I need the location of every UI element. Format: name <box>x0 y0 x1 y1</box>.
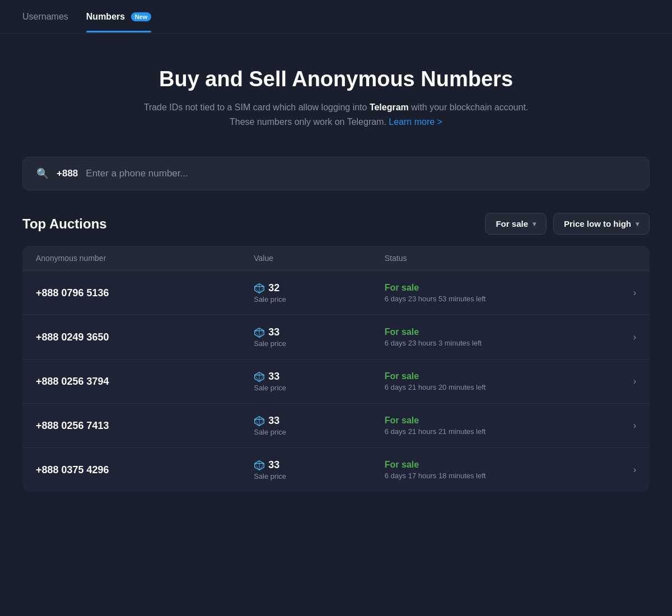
ton-icon <box>254 416 265 427</box>
svg-line-3 <box>255 286 259 293</box>
phone-number: +888 0375 4296 <box>36 464 254 476</box>
phone-prefix: +888 <box>57 168 78 179</box>
row-arrow-icon: › <box>603 288 636 298</box>
time-left: 6 days 21 hours 20 minutes left <box>385 383 603 391</box>
hero-title: Buy and Sell Anonymous Numbers <box>22 67 650 91</box>
status-badge: For sale <box>385 371 603 381</box>
top-navigation: Usernames Numbers New <box>0 0 672 34</box>
status-cell: For sale 6 days 23 hours 3 minutes left <box>385 327 603 347</box>
time-left: 6 days 23 hours 53 minutes left <box>385 295 603 303</box>
row-arrow-icon: › <box>603 465 636 475</box>
phone-number: +888 0256 3794 <box>36 376 254 388</box>
col-header-value: Value <box>254 254 385 263</box>
value-cell: 33 Sale price <box>254 326 385 348</box>
svg-line-19 <box>259 419 264 426</box>
filter-buttons: For sale ▾ Price low to high ▾ <box>485 213 650 235</box>
svg-line-23 <box>255 463 259 470</box>
search-icon: 🔍 <box>36 167 49 180</box>
ton-value: 33 <box>254 459 385 471</box>
phone-number: +888 0249 3650 <box>36 332 254 343</box>
ton-icon <box>254 460 265 471</box>
sale-price-label: Sale price <box>254 472 385 480</box>
status-badge: For sale <box>385 327 603 337</box>
status-cell: For sale 6 days 21 hours 21 minutes left <box>385 416 603 436</box>
search-section: 🔍 +888 <box>0 157 672 213</box>
ton-icon <box>254 283 265 294</box>
learn-more-link[interactable]: Learn more > <box>389 117 442 127</box>
row-arrow-icon: › <box>603 421 636 431</box>
table-row[interactable]: +888 0256 3794 33 Sale price For sale 6 <box>22 359 650 403</box>
auctions-section: Top Auctions For sale ▾ Price low to hig… <box>0 213 672 492</box>
ton-value: 33 <box>254 371 385 382</box>
table-header: Anonymous number Value Status <box>22 246 650 270</box>
new-badge: New <box>131 12 152 21</box>
svg-line-9 <box>259 330 264 337</box>
time-left: 6 days 23 hours 3 minutes left <box>385 339 603 347</box>
filter-sort-button[interactable]: Price low to high ▾ <box>553 213 650 235</box>
hero-description: Trade IDs not tied to a SIM card which a… <box>140 100 532 129</box>
col-header-number: Anonymous number <box>36 254 254 263</box>
chevron-down-icon: ▾ <box>533 220 536 228</box>
time-left: 6 days 17 hours 18 minutes left <box>385 472 603 480</box>
search-bar-container: 🔍 +888 <box>22 157 650 190</box>
tab-usernames[interactable]: Usernames <box>22 2 68 32</box>
svg-line-4 <box>259 286 264 293</box>
value-cell: 33 Sale price <box>254 415 385 436</box>
status-badge: For sale <box>385 416 603 426</box>
svg-line-13 <box>255 375 259 381</box>
tab-numbers[interactable]: Numbers New <box>86 2 151 32</box>
table-body: +888 0796 5136 32 Sale price For sale 6 <box>22 270 650 492</box>
filter-sale-button[interactable]: For sale ▾ <box>485 213 547 235</box>
sale-price-label: Sale price <box>254 384 385 392</box>
value-cell: 33 Sale price <box>254 459 385 480</box>
ton-icon <box>254 371 265 382</box>
sale-price-label: Sale price <box>254 295 385 304</box>
ton-value: 32 <box>254 282 385 294</box>
svg-line-24 <box>259 463 264 470</box>
search-input[interactable] <box>86 168 636 179</box>
auctions-title: Top Auctions <box>22 216 107 232</box>
phone-number: +888 0256 7413 <box>36 420 254 432</box>
table-row[interactable]: +888 0796 5136 32 Sale price For sale 6 <box>22 270 650 315</box>
ton-value: 33 <box>254 326 385 338</box>
hero-section: Buy and Sell Anonymous Numbers Trade IDs… <box>0 34 672 157</box>
status-badge: For sale <box>385 283 603 293</box>
ton-icon <box>254 327 265 338</box>
col-header-status: Status <box>385 254 603 263</box>
value-cell: 33 Sale price <box>254 371 385 392</box>
status-cell: For sale 6 days 17 hours 18 minutes left <box>385 460 603 480</box>
sale-price-label: Sale price <box>254 339 385 348</box>
chevron-down-icon: ▾ <box>636 220 639 228</box>
time-left: 6 days 21 hours 21 minutes left <box>385 427 603 436</box>
row-arrow-icon: › <box>603 376 636 386</box>
sale-price-label: Sale price <box>254 428 385 436</box>
table-row[interactable]: +888 0375 4296 33 Sale price For sale 6 <box>22 447 650 492</box>
svg-line-8 <box>255 330 259 337</box>
auctions-header: Top Auctions For sale ▾ Price low to hig… <box>22 213 650 235</box>
status-cell: For sale 6 days 23 hours 53 minutes left <box>385 283 603 303</box>
ton-value: 33 <box>254 415 385 427</box>
col-header-action <box>603 254 636 263</box>
table-row[interactable]: +888 0249 3650 33 Sale price For sale 6 <box>22 315 650 359</box>
row-arrow-icon: › <box>603 332 636 342</box>
value-cell: 32 Sale price <box>254 282 385 304</box>
auctions-table: Anonymous number Value Status +888 0796 … <box>22 246 650 492</box>
table-row[interactable]: +888 0256 7413 33 Sale price For sale 6 <box>22 403 650 447</box>
status-cell: For sale 6 days 21 hours 20 minutes left <box>385 371 603 391</box>
svg-line-18 <box>255 419 259 426</box>
phone-number: +888 0796 5136 <box>36 287 254 299</box>
status-badge: For sale <box>385 460 603 470</box>
svg-line-14 <box>259 375 264 381</box>
